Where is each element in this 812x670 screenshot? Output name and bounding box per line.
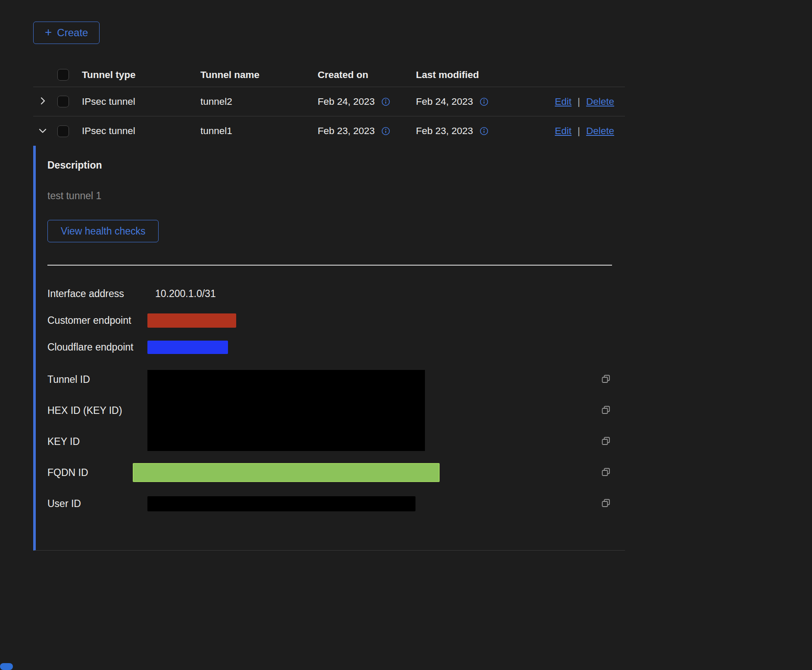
- view-health-checks-button[interactable]: View health checks: [47, 220, 159, 242]
- tunnel-name-cell: tunnel1: [200, 125, 318, 137]
- tunnel-name-cell: tunnel2: [200, 96, 318, 107]
- copy-tunnel-id-button[interactable]: [600, 373, 612, 386]
- row-checkbox[interactable]: [57, 125, 69, 137]
- interface-address-label: Interface address: [47, 288, 147, 300]
- last-modified-cell: Feb 24, 2023: [416, 96, 473, 107]
- cloudflare-endpoint-label: Cloudflare endpoint: [47, 341, 147, 353]
- tunnel-ids-group: Tunnel ID HEX ID (KEY ID) KEY ID: [47, 364, 612, 457]
- copy-key-id-button[interactable]: [600, 435, 612, 448]
- bottom-blue-strip: [0, 663, 13, 670]
- description-value: test tunnel 1: [47, 190, 612, 202]
- last-modified-cell: Feb 23, 2023: [416, 125, 473, 137]
- description-label: Description: [47, 160, 612, 171]
- plus-icon: +: [45, 26, 52, 38]
- edit-link[interactable]: Edit: [555, 125, 572, 137]
- copy-fqdn-id-button[interactable]: [600, 466, 612, 479]
- copy-icon: [601, 436, 611, 448]
- copy-icon: [601, 467, 611, 479]
- tunnels-page: + Create Tunnel type Tunnel name Created…: [0, 0, 812, 551]
- copy-icon: [601, 498, 611, 510]
- header-last-modified: Last modified: [416, 69, 541, 81]
- info-icon[interactable]: [479, 126, 489, 136]
- tunnel-fields: Interface address 10.200.1.0/31 Customer…: [47, 280, 612, 519]
- panel-divider: [47, 265, 612, 266]
- info-icon[interactable]: [381, 97, 390, 106]
- edit-link[interactable]: Edit: [555, 96, 572, 107]
- field-row: User ID: [47, 488, 612, 519]
- header-tunnel-name: Tunnel name: [200, 69, 318, 81]
- copy-hex-id-button[interactable]: [600, 404, 612, 417]
- table-row: IPsec tunnel tunnel2 Feb 24, 2023 Feb 24…: [33, 87, 625, 116]
- field-row: Customer endpoint: [47, 307, 612, 334]
- tunnel-detail-panel: Description test tunnel 1 View health ch…: [33, 146, 625, 551]
- tunnels-table: Tunnel type Tunnel name Created on Last …: [33, 63, 625, 146]
- create-button[interactable]: + Create: [33, 22, 100, 44]
- tunnel-id-label: Tunnel ID: [47, 374, 147, 385]
- header-created-on: Created on: [318, 69, 416, 81]
- copy-icon: [601, 374, 611, 385]
- customer-endpoint-label: Customer endpoint: [47, 315, 147, 326]
- header-tunnel-type: Tunnel type: [82, 69, 200, 81]
- field-row: FQDN ID: [47, 457, 612, 488]
- hex-id-label: HEX ID (KEY ID): [47, 405, 147, 416]
- table-row: IPsec tunnel tunnel1 Feb 23, 2023 Feb 23…: [33, 116, 625, 146]
- table-header-row: Tunnel type Tunnel name Created on Last …: [33, 63, 625, 87]
- created-on-cell: Feb 23, 2023: [318, 125, 375, 137]
- info-icon[interactable]: [381, 126, 390, 136]
- user-id-redacted-value: [147, 496, 415, 511]
- create-button-label: Create: [57, 27, 88, 39]
- fqdn-id-redacted-value: [133, 463, 440, 482]
- interface-address-value: 10.200.1.0/31: [147, 288, 593, 300]
- actions-separator: |: [578, 125, 580, 137]
- key-id-label: KEY ID: [47, 436, 147, 448]
- cloudflare-endpoint-redacted-value: [147, 341, 228, 354]
- chevron-down-icon: [37, 125, 48, 137]
- delete-link[interactable]: Delete: [586, 96, 614, 107]
- chevron-right-icon: [37, 96, 48, 107]
- info-icon[interactable]: [479, 97, 489, 106]
- created-on-cell: Feb 24, 2023: [318, 96, 375, 107]
- ids-redacted-value: [147, 370, 425, 451]
- expand-row-button[interactable]: [36, 94, 50, 109]
- tunnel-type-cell: IPsec tunnel: [82, 96, 200, 107]
- user-id-label: User ID: [47, 498, 147, 510]
- customer-endpoint-redacted-value: [147, 313, 236, 328]
- collapse-row-button[interactable]: [36, 124, 50, 139]
- row-checkbox[interactable]: [57, 96, 69, 107]
- select-all-checkbox[interactable]: [57, 69, 69, 81]
- copy-user-id-button[interactable]: [600, 497, 612, 510]
- delete-link[interactable]: Delete: [586, 125, 614, 137]
- field-row: Interface address 10.200.1.0/31: [47, 280, 612, 307]
- copy-icon: [601, 405, 611, 416]
- actions-separator: |: [578, 96, 580, 107]
- tunnel-type-cell: IPsec tunnel: [82, 125, 200, 137]
- field-row: Cloudflare endpoint: [47, 334, 612, 360]
